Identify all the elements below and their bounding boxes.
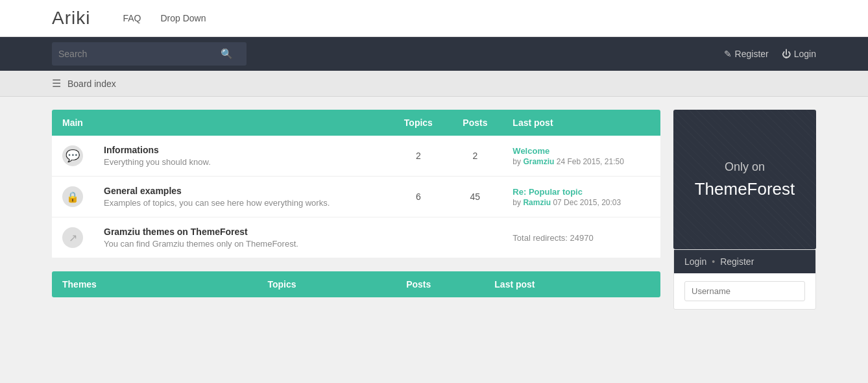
sidebar: Only on ThemeForest Login • Register bbox=[673, 110, 816, 310]
topics-count: 2 bbox=[389, 136, 448, 177]
themes-forum-table: Themes Topics Posts Last post bbox=[52, 271, 660, 297]
main-content: Main Topics Posts Last post 💬 Informatio… bbox=[0, 97, 868, 323]
register-label: Register bbox=[735, 49, 769, 59]
hamburger-icon[interactable]: ☰ bbox=[52, 77, 61, 90]
forum-desc: Examples of topics, you can see here how… bbox=[104, 198, 378, 208]
forum-info-cell: Informations Everything you should know. bbox=[93, 136, 389, 177]
topics-col-header: Topics bbox=[389, 110, 448, 136]
sidebar-promo: Only on ThemeForest bbox=[673, 110, 816, 249]
chat-icon: 💬 bbox=[62, 145, 83, 166]
last-post-date: 24 Feb 2015, 21:50 bbox=[557, 157, 624, 166]
search-form: 🔍 bbox=[52, 42, 247, 66]
promo-name-text: ThemeForest bbox=[695, 179, 795, 199]
last-post-author[interactable]: Ramziu bbox=[523, 198, 551, 207]
posts-col-header: Posts bbox=[448, 110, 502, 136]
topics-count bbox=[389, 217, 448, 258]
posts-count bbox=[448, 217, 502, 258]
themes-topics-col: Topics bbox=[211, 271, 353, 297]
register-icon: ✎ bbox=[724, 49, 732, 59]
search-bar: 🔍 ✎ Register ⏻ Login bbox=[0, 37, 868, 71]
forum-title[interactable]: Informations bbox=[104, 145, 378, 155]
last-post-by: by bbox=[512, 198, 521, 207]
table-row: 💬 Informations Everything you should kno… bbox=[52, 136, 660, 177]
forum-section: Main Topics Posts Last post 💬 Informatio… bbox=[52, 110, 660, 310]
last-post-cell: Welcome by Gramziu 24 Feb 2015, 21:50 bbox=[502, 136, 660, 177]
last-post-by: by bbox=[512, 157, 521, 166]
login-button[interactable]: ⏻ Login bbox=[782, 49, 816, 59]
forum-desc: You can find Gramziu themes only on Them… bbox=[104, 239, 378, 249]
posts-count: 2 bbox=[448, 136, 502, 177]
main-forum-table: Main Topics Posts Last post 💬 Informatio… bbox=[52, 110, 660, 258]
themes-lastpost-col: Last post bbox=[484, 271, 660, 297]
themes-table-header: Themes Topics Posts Last post bbox=[52, 271, 660, 297]
nav-dropdown[interactable]: Drop Down bbox=[160, 13, 206, 23]
forum-info-cell: General examples Examples of topics, you… bbox=[93, 177, 389, 217]
breadcrumb-bar: ☰ Board index bbox=[0, 71, 868, 97]
table-row: 🔒 General examples Examples of topics, y… bbox=[52, 177, 660, 217]
username-input[interactable] bbox=[684, 281, 805, 301]
search-input[interactable] bbox=[58, 49, 221, 59]
themes-posts-col: Posts bbox=[353, 271, 484, 297]
sidebar-login-box: Login • Register bbox=[673, 249, 816, 310]
promo-only-text: Only on bbox=[725, 160, 765, 174]
nav-faq[interactable]: FAQ bbox=[123, 13, 141, 23]
site-logo: Ariki bbox=[52, 8, 90, 29]
forum-icon-cell: 🔒 bbox=[52, 177, 93, 217]
lock-icon: 🔒 bbox=[62, 186, 83, 207]
login-link[interactable]: Login bbox=[684, 256, 706, 267]
last-post-link[interactable]: Re: Popular topic bbox=[512, 187, 583, 197]
last-post-meta: by Gramziu 24 Feb 2015, 21:50 bbox=[512, 157, 650, 166]
register-link[interactable]: Register bbox=[720, 256, 754, 267]
separator-dot: • bbox=[712, 256, 715, 267]
forum-title[interactable]: General examples bbox=[104, 186, 378, 196]
forum-info-cell: Gramziu themes on ThemeForest You can fi… bbox=[93, 217, 389, 258]
posts-count: 45 bbox=[448, 177, 502, 217]
themes-section-label: Themes bbox=[52, 271, 211, 297]
login-body bbox=[674, 273, 815, 309]
login-header: Login • Register bbox=[674, 250, 815, 273]
main-section-label: Main bbox=[52, 110, 389, 136]
table-row: ↗ Gramziu themes on ThemeForest You can … bbox=[52, 217, 660, 258]
last-post-author[interactable]: Gramziu bbox=[523, 157, 554, 166]
top-nav: Ariki FAQ Drop Down bbox=[0, 0, 868, 37]
external-link-icon: ↗ bbox=[62, 227, 83, 248]
last-post-meta: by Ramziu 07 Dec 2015, 20:03 bbox=[512, 198, 650, 207]
last-post-date: 07 Dec 2015, 20:03 bbox=[553, 198, 621, 207]
breadcrumb-board-index[interactable]: Board index bbox=[67, 79, 116, 89]
power-icon: ⏻ bbox=[782, 49, 791, 59]
last-post-cell: Re: Popular topic by Ramziu 07 Dec 2015,… bbox=[502, 177, 660, 217]
main-table-header: Main Topics Posts Last post bbox=[52, 110, 660, 136]
forum-icon-cell: ↗ bbox=[52, 217, 93, 258]
search-button[interactable]: 🔍 bbox=[221, 48, 233, 60]
total-redirects: Total redirects: 24970 bbox=[512, 233, 593, 243]
forum-icon-cell: 💬 bbox=[52, 136, 93, 177]
last-post-cell: Total redirects: 24970 bbox=[502, 217, 660, 258]
forum-title[interactable]: Gramziu themes on ThemeForest bbox=[104, 227, 378, 237]
last-post-link[interactable]: Welcome bbox=[512, 146, 549, 156]
lastpost-col-header: Last post bbox=[502, 110, 660, 136]
login-label: Login bbox=[794, 49, 816, 59]
forum-desc: Everything you should know. bbox=[104, 157, 378, 167]
header-actions: ✎ Register ⏻ Login bbox=[724, 49, 816, 59]
topics-count: 6 bbox=[389, 177, 448, 217]
register-button[interactable]: ✎ Register bbox=[724, 49, 769, 59]
